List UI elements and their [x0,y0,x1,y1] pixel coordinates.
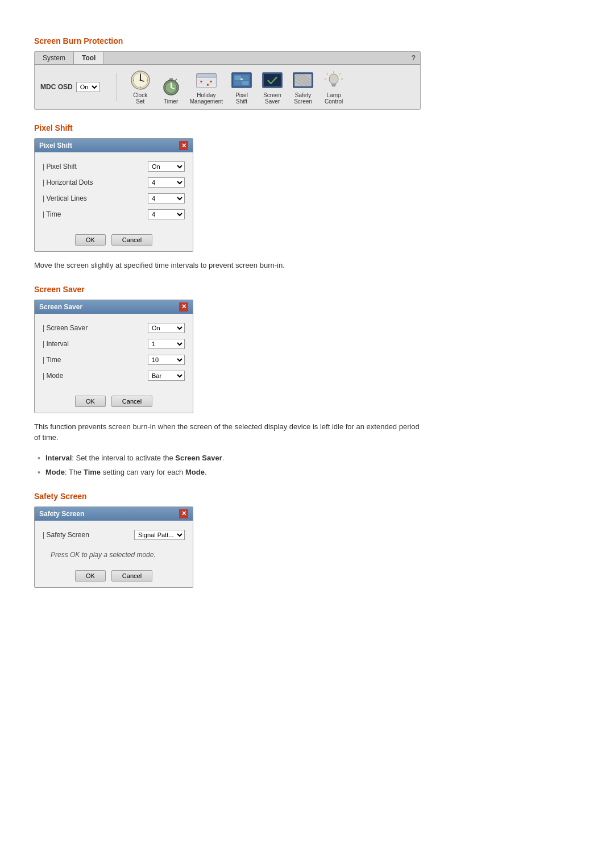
pixel-shift-ok-button[interactable]: OK [75,234,106,246]
bullet-mode-bold: Mode [45,468,65,476]
screen-saver-footer: OK Cancel [35,391,193,413]
pixel-shift-select-1[interactable]: On Off [148,161,185,172]
tab-tool[interactable]: Tool [74,52,104,64]
svg-rect-44 [331,84,336,85]
safety-screen-field-label-1: Safety Screen [43,531,89,539]
bullet-interval-text: : Set the interval to activate the [72,454,175,462]
pixel-shift-row-2: Horizontal Dots 12345 [43,177,185,188]
svg-line-47 [327,73,328,74]
svg-line-14 [175,79,177,81]
toolbar-divider [117,73,117,101]
screen-saver-row-4: Mode BarEraserPixel [43,371,185,381]
pixel-shift-field-label-4: Time [43,210,61,218]
pixel-shift-row-1: Pixel Shift On Off [43,161,185,172]
screen-saver-select-3[interactable]: 5101520 [148,355,185,365]
tool-holiday[interactable]: HolidayManagement [190,69,223,105]
mdc-osd-label: MDC OSD [40,83,73,91]
toolbar-icons: ClockSet Timer [128,69,346,105]
tool-screensaver[interactable]: ScreenSaver [260,69,284,105]
safety-screen-body: Safety Screen Signal Patt... All White S… [35,521,193,566]
screen-saver-cancel-button[interactable]: Cancel [111,396,152,407]
screen-saver-row-3: Time 5101520 [43,355,185,365]
svg-point-24 [200,81,202,82]
tool-pixel[interactable]: PixelShift [230,69,254,105]
pixel-shift-close-button[interactable]: ✕ [179,141,188,150]
tool-timer[interactable]: Timer [159,76,183,105]
screen-saver-row-1: Screen Saver On Off [43,323,185,333]
svg-point-26 [210,81,211,82]
svg-rect-13 [169,78,173,80]
pixel-shift-dialog-title: Pixel Shift [39,142,72,149]
svg-point-4 [139,80,141,81]
screen-saver-select-4[interactable]: BarEraserPixel [148,371,185,381]
pixel-shift-field-label-1: Pixel Shift [43,163,77,171]
pixel-shift-titlebar: Pixel Shift ✕ [35,139,193,152]
bullet-mode-text: : The [65,468,84,476]
screensaver-label: ScreenSaver [263,92,281,105]
lamp-control-icon [323,69,345,91]
pixel-shift-select-2[interactable]: 12345 [148,177,185,188]
screen-saver-select-1[interactable]: On Off [148,323,185,333]
section-burn-title: Screen Burn Protection [34,36,580,45]
safety-screen-ok-button[interactable]: OK [75,570,106,582]
safety-screen-cancel-button[interactable]: Cancel [111,570,152,582]
screen-saver-body: Screen Saver On Off Interval 12345 Time … [35,314,193,391]
safety-screen-titlebar: Safety Screen ✕ [35,507,193,521]
safety-screen-title: Safety Screen [34,492,580,501]
svg-rect-30 [242,76,249,80]
pixel-shift-field-label-3: Vertical Lines [43,194,87,202]
safety-screen-footer: OK Cancel [35,566,193,587]
pixel-shift-row-4: Time 12345 [43,209,185,219]
svg-point-25 [207,84,209,86]
safety-screen-dialog-title: Safety Screen [39,510,84,518]
pixel-shift-description: Move the screen slightly at specified ti… [34,260,421,271]
pixel-shift-row-3: Vertical Lines 12345 [43,193,185,203]
help-icon[interactable]: ? [407,52,420,64]
tool-safety[interactable]: SafetyScreen [291,69,315,105]
holiday-label: HolidayManagement [190,92,223,105]
screen-saver-row-2: Interval 12345 [43,339,185,349]
tab-system[interactable]: System [35,52,74,64]
screen-saver-ok-button[interactable]: OK [75,396,106,407]
tool-lamp[interactable]: LampControl [322,69,346,105]
pixel-label: PixelShift [235,92,248,105]
screen-saver-close-button[interactable]: ✕ [179,302,188,312]
screen-saver-select-2[interactable]: 12345 [148,339,185,349]
toolbar-tabs: System Tool ? [35,52,420,65]
bullet-mode-mode: Mode [185,468,205,476]
mdc-osd-select[interactable]: On Off [76,82,99,92]
screen-saver-description: This function prevents screen burn-in wh… [34,421,421,443]
toolbar-panel: System Tool ? MDC OSD On Off [34,51,421,110]
svg-rect-31 [235,81,242,85]
svg-rect-29 [235,76,242,80]
screen-saver-field-label-3: Time [43,356,61,364]
tool-clock[interactable]: ClockSet [128,69,152,105]
bullet-interval-bold: Interval [45,454,72,462]
svg-point-43 [329,74,338,84]
clock-icon [130,69,151,91]
toolbar-content: MDC OSD On Off [35,65,420,109]
pixel-shift-dialog: Pixel Shift ✕ Pixel Shift On Off Horizon… [34,138,193,252]
lamp-label: LampControl [325,92,343,105]
pixel-shift-footer: OK Cancel [35,230,193,251]
pixel-shift-select-3[interactable]: 12345 [148,193,185,203]
pixel-shift-cancel-button[interactable]: Cancel [111,234,152,246]
screen-saver-dialog: Screen Saver ✕ Screen Saver On Off Inter… [34,300,193,413]
safety-screen-close-button[interactable]: ✕ [179,509,188,518]
screen-saver-dialog-title: Screen Saver [39,303,82,311]
safety-screen-note-area: Press OK to play a selected mode. [43,546,185,561]
safety-screen-dialog: Safety Screen ✕ Safety Screen Signal Pat… [34,506,193,588]
clock-label: ClockSet [133,92,147,105]
pixel-shift-select-4[interactable]: 12345 [148,209,185,219]
timer-label: Timer [164,98,178,105]
screen-saver-field-label-1: Screen Saver [43,324,88,332]
svg-rect-16 [197,73,217,77]
bullet-interval: Interval: Set the interval to activate t… [45,452,580,464]
svg-rect-45 [332,85,335,86]
safety-screen-icon [292,69,314,91]
pixel-shift-title: Pixel Shift [34,123,580,132]
pixel-shift-icon [231,69,252,91]
safety-screen-select-1[interactable]: Signal Patt... All White Scroll Pixel [134,530,185,540]
safety-screen-note: Press OK to play a selected mode. [43,549,164,564]
pixel-shift-field-label-2: Horizontal Dots [43,178,93,186]
